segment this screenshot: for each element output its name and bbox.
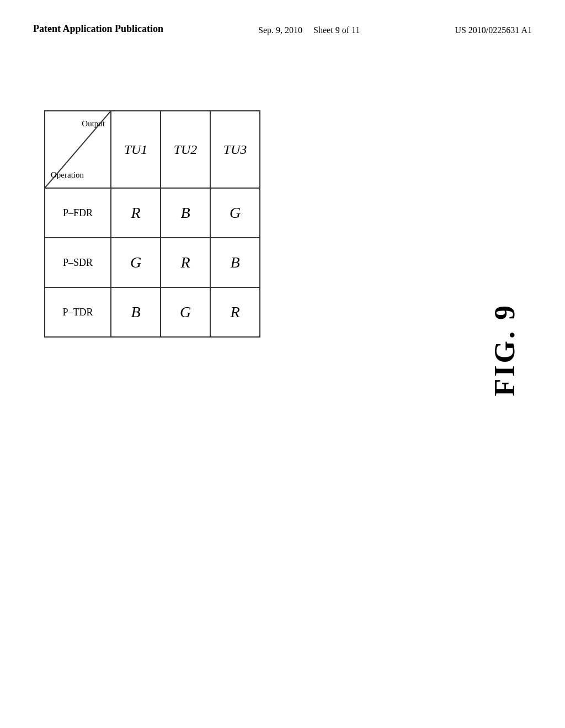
- table-header-row: Output Operation TU1 TU2 TU3: [45, 111, 260, 188]
- table-row: P–FDR R B G: [45, 188, 260, 238]
- col-header-tu3: TU3: [210, 111, 260, 188]
- cell-pfdr-tu3: G: [210, 188, 260, 238]
- col-header-tu2: TU2: [161, 111, 210, 188]
- corner-label-output: Output: [82, 119, 105, 129]
- row-label-ptdr: P–TDR: [45, 287, 111, 337]
- cell-ptdr-tu3: R: [210, 287, 260, 337]
- cell-ptdr-tu1: B: [111, 287, 161, 337]
- cell-ptdr-tu2: G: [161, 287, 210, 337]
- col-header-tu1: TU1: [111, 111, 161, 188]
- sheet-info: Sheet 9 of 11: [313, 25, 360, 35]
- corner-label-operation: Operation: [51, 170, 84, 180]
- page-header: Patent Application Publication Sep. 9, 2…: [0, 0, 565, 36]
- cell-psdr-tu1: G: [111, 238, 161, 287]
- figure-content: Output Operation TU1 TU2 TU3 P–FDR R B G…: [44, 110, 260, 338]
- publication-date: Sep. 9, 2010: [258, 25, 302, 35]
- cell-pfdr-tu2: B: [161, 188, 210, 238]
- corner-header-cell: Output Operation: [45, 111, 111, 188]
- publication-title: Patent Application Publication: [33, 22, 163, 36]
- cell-psdr-tu2: R: [161, 238, 210, 287]
- figure-label: FIG. 9: [488, 303, 521, 396]
- patent-number: US 2010/0225631 A1: [455, 22, 532, 36]
- row-label-psdr: P–SDR: [45, 238, 111, 287]
- cell-psdr-tu3: B: [210, 238, 260, 287]
- data-table: Output Operation TU1 TU2 TU3 P–FDR R B G…: [44, 110, 260, 338]
- table-row: P–TDR B G R: [45, 287, 260, 337]
- publication-date-sheet: Sep. 9, 2010 Sheet 9 of 11: [258, 22, 360, 36]
- row-label-pfdr: P–FDR: [45, 188, 111, 238]
- cell-pfdr-tu1: R: [111, 188, 161, 238]
- table-row: P–SDR G R B: [45, 238, 260, 287]
